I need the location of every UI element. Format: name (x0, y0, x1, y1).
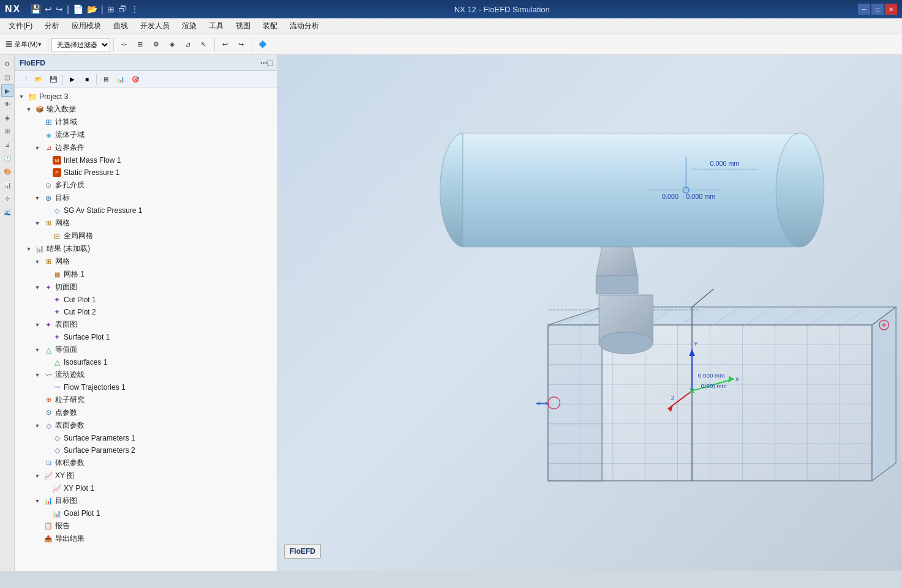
sidebar-assembly-btn[interactable]: ⊞ (1, 125, 13, 137)
tree-inlet-mass-flow[interactable]: M Inlet Mass Flow 1 (15, 154, 277, 166)
pt-run-btn[interactable]: ▶ (66, 73, 79, 86)
flow1-label: Flow Trajectories 1 (64, 383, 126, 392)
tb-3d-icon[interactable]: 🔷 (255, 37, 270, 53)
tree-static-pressure[interactable]: P Static Pressure 1 (15, 166, 277, 179)
tree-flow-traj[interactable]: ▼ 〰 流动迹线 (15, 368, 277, 381)
tree-xy-plots[interactable]: ▼ 📈 XY 图 (15, 469, 277, 482)
tree-isosurfaces[interactable]: ▼ △ 等值面 (15, 343, 277, 356)
panel-dots-btn[interactable]: ··· (260, 58, 268, 68)
tree-flow1[interactable]: 〰 Flow Trajectories 1 (15, 381, 277, 393)
tb-layer-icon[interactable]: ◈ (165, 37, 179, 53)
pt-save-btn[interactable]: 💾 (47, 73, 60, 86)
tree-goal-plots[interactable]: ▼ 📊 目标图 (15, 494, 277, 507)
sidebar-snap-btn[interactable]: ⊹ (1, 192, 13, 204)
menu-modules[interactable]: 应用模块 (66, 20, 107, 32)
sidebar-layers-btn[interactable]: ◫ (1, 71, 13, 83)
tree-mesh1[interactable]: ▦ 网格 1 (15, 268, 277, 281)
expander-export (33, 535, 42, 543)
menu-render[interactable]: 渲染 (176, 20, 203, 32)
window-icon[interactable]: 🗗 (118, 4, 127, 14)
panel-close-btn[interactable]: □ (268, 58, 272, 68)
sparam-label: 表面参数 (55, 420, 85, 431)
tree-sg-goal[interactable]: ◇ SG Av Static Pressure 1 (15, 204, 277, 217)
tree-cut-plots[interactable]: ▼ ✦ 切面图 (15, 281, 277, 294)
tb-grid-icon[interactable]: ⊞ (133, 37, 148, 53)
sidebar-color-btn[interactable]: 🎨 (1, 165, 13, 177)
tree-mesh2[interactable]: ▼ ⊞ 网格 (15, 255, 277, 268)
sidebar-constraint-btn[interactable]: ⊿ (1, 138, 13, 151)
3d-viewport[interactable]: 0.000 mm 0.000 0.000 mm (278, 55, 902, 571)
undo-icon[interactable]: ↩ (45, 4, 52, 14)
pt-open-btn[interactable]: 📂 (32, 73, 45, 86)
menu-tools[interactable]: 工具 (203, 20, 230, 32)
sidebar-part-btn[interactable]: ◈ (1, 111, 13, 124)
tree-cut1[interactable]: ✦ Cut Plot 1 (15, 294, 277, 306)
tb-redo2-icon[interactable]: ↪ (234, 37, 249, 53)
new-icon[interactable]: 📄 (73, 4, 83, 14)
tb-filter-icon[interactable]: ⊿ (181, 37, 195, 53)
title-toolbar[interactable]: 💾 ↩ ↪ | 📄 📂 | ⊞ 🗗 ⋮ (31, 4, 138, 14)
tree-sp2[interactable]: ◇ Surface Parameters 2 (15, 444, 277, 456)
tree-cut2[interactable]: ✦ Cut Plot 2 (15, 306, 277, 318)
tree-mesh[interactable]: ▼ ⊞ 网格 (15, 217, 277, 229)
expander-mesh1 (42, 270, 50, 279)
tree-porous[interactable]: ⊙ 多孔介质 (15, 179, 277, 192)
pt-goal-btn[interactable]: 🎯 (129, 73, 142, 86)
tree-surface-plots[interactable]: ▼ ✦ 表面图 (15, 318, 277, 331)
tree-export[interactable]: 📤 导出结果 (15, 532, 277, 545)
tree-domain[interactable]: ⊞ 计算域 (15, 116, 277, 128)
tb-settings-icon[interactable]: ⚙ (149, 37, 163, 53)
tree-xy1[interactable]: 📈 XY Plot 1 (15, 482, 277, 494)
layout-icon[interactable]: ⋮ (130, 4, 139, 14)
menu-assembly[interactable]: 装配 (257, 20, 284, 32)
menu-file[interactable]: 文件(F) (2, 20, 39, 32)
sidebar-floefd2-btn[interactable]: 🌊 (1, 206, 13, 218)
pt-mesh-btn[interactable]: ⊞ (99, 73, 113, 86)
menu-flow-analysis[interactable]: 流动分析 (284, 20, 325, 32)
tree-input-data[interactable]: ▼ 📦 输入数据 (15, 103, 277, 116)
switch-window-icon[interactable]: ⊞ (107, 4, 115, 14)
tb-snap-icon[interactable]: ⊹ (117, 37, 132, 53)
menu-curve[interactable]: 曲线 (107, 20, 134, 32)
tree-results[interactable]: ▼ 📊 结果 (未加载) (15, 242, 277, 255)
tree-vol-params[interactable]: ⊡ 体积参数 (15, 456, 277, 469)
sidebar-settings-btn[interactable]: ⚙ (1, 58, 13, 70)
tb-undo2-icon[interactable]: ↩ (218, 37, 233, 53)
tree-project[interactable]: ▼ 📁 Project 3 (15, 91, 277, 103)
pt-new-btn[interactable]: 📄 (17, 73, 31, 86)
pt-stop-btn[interactable]: ■ (80, 73, 94, 86)
menu-dev[interactable]: 开发人员 (134, 20, 176, 32)
tree-particle[interactable]: ⊕ 粒子研究 (15, 393, 277, 406)
tree-bc[interactable]: ▼ ⊿ 边界条件 (15, 141, 277, 154)
maximize-button[interactable]: □ (871, 4, 884, 15)
expander-gp1 (42, 509, 50, 518)
sg-label: SG Av Static Pressure 1 (64, 206, 143, 215)
sidebar-sim-btn[interactable]: 📊 (1, 179, 13, 191)
close-button[interactable]: ✕ (885, 4, 897, 15)
tree-fluid-domain[interactable]: ◈ 流体子域 (15, 128, 277, 141)
tree-report[interactable]: 📋 报告 (15, 519, 277, 532)
tree-goals[interactable]: ▼ ⊛ 目标 (15, 192, 277, 204)
tree-gp1[interactable]: 📊 Goal Plot 1 (15, 507, 277, 519)
sidebar-floefd-btn[interactable]: ▶ (1, 84, 13, 97)
pt-result-btn[interactable]: 📊 (114, 73, 127, 86)
menu-view[interactable]: 视图 (230, 20, 257, 32)
tree-iso1[interactable]: △ Isosurfaces 1 (15, 356, 277, 368)
tb-select-icon[interactable]: ↖ (197, 37, 211, 53)
redo-icon[interactable]: ↪ (56, 4, 63, 14)
tree-sp1[interactable]: ◇ Surface Parameters 1 (15, 432, 277, 444)
minimize-button[interactable]: ─ (858, 4, 870, 15)
tree-global-mesh[interactable]: ⊟ 全局网格 (15, 229, 277, 242)
window-controls[interactable]: ─ □ ✕ (858, 4, 897, 15)
save-icon[interactable]: 💾 (31, 4, 41, 14)
filter-select[interactable]: 无选择过滤器 (51, 38, 110, 51)
tree-point-param[interactable]: ⊙ 点参数 (15, 406, 277, 419)
tree-surf-params[interactable]: ▼ ◇ 表面参数 (15, 419, 277, 432)
menu-analysis[interactable]: 分析 (39, 20, 66, 32)
cut1-label: Cut Plot 1 (64, 296, 96, 304)
tb-menu-button[interactable]: ☰ 菜单(M)▾ (2, 37, 45, 53)
sidebar-view-btn[interactable]: 👁 (1, 98, 13, 110)
tree-surface1[interactable]: ✦ Surface Plot 1 (15, 331, 277, 343)
open-icon[interactable]: 📂 (87, 4, 97, 14)
sidebar-history-btn[interactable]: 🕐 (1, 152, 13, 164)
